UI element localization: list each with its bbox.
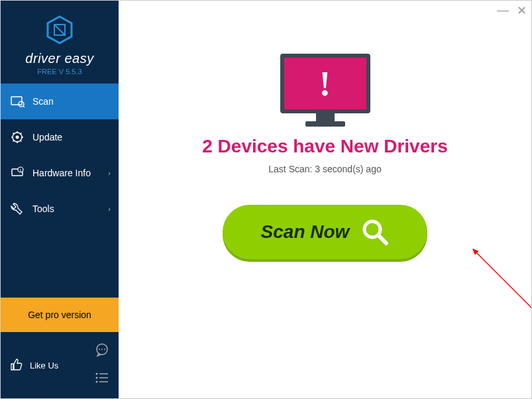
gear-icon <box>10 130 25 144</box>
svg-line-3 <box>23 106 25 107</box>
sidebar-item-hardware-info[interactable]: 1 Hardware Info › <box>1 155 119 191</box>
scan-icon <box>10 94 25 109</box>
version-label: FREE V 5.5.3 <box>1 68 119 76</box>
scan-now-label: Scan Now <box>261 221 350 243</box>
svg-line-20 <box>378 235 386 243</box>
svg-rect-1 <box>11 97 22 105</box>
monitor-illustration: ! <box>280 54 370 119</box>
feedback-icon[interactable] <box>95 343 109 360</box>
svg-point-13 <box>96 373 98 375</box>
like-us-label: Like Us <box>30 361 58 370</box>
exclamation-icon: ! <box>319 64 331 103</box>
sidebar-item-tools[interactable]: Tools › <box>1 191 119 227</box>
sidebar-item-label: Tools <box>32 203 54 214</box>
window-controls: — ✕ <box>497 3 527 18</box>
logo-area: driver easy FREE V 5.5.3 <box>1 1 119 84</box>
hardware-icon: 1 <box>10 166 25 180</box>
brand-name: driver easy <box>1 51 119 66</box>
chevron-right-icon: › <box>108 169 111 177</box>
chevron-right-icon: › <box>108 205 111 213</box>
monitor-base <box>305 121 345 127</box>
sidebar-item-label: Update <box>32 132 62 142</box>
monitor-stand <box>316 113 335 121</box>
sidebar-item-update[interactable]: Update <box>1 119 119 155</box>
sidebar-bottom: Like Us <box>1 332 119 398</box>
sidebar: driver easy FREE V 5.5.3 Scan Update 1 H… <box>1 1 119 398</box>
sidebar-item-label: Hardware Info <box>32 168 91 178</box>
thumbs-up-icon <box>10 358 23 373</box>
svg-point-15 <box>96 377 98 379</box>
svg-point-17 <box>96 381 98 383</box>
svg-point-10 <box>99 349 100 350</box>
minimize-button[interactable]: — <box>497 3 509 18</box>
get-pro-button[interactable]: Get pro version <box>1 298 119 332</box>
menu-icon[interactable] <box>95 370 109 388</box>
sidebar-nav: Scan Update 1 Hardware Info › Tools › <box>1 84 119 298</box>
monitor-screen: ! <box>280 54 370 113</box>
like-us-button[interactable]: Like Us <box>10 358 58 373</box>
bottom-icons <box>95 343 109 388</box>
annotation-arrow <box>470 246 532 332</box>
magnifier-icon <box>361 218 389 246</box>
sidebar-item-scan[interactable]: Scan <box>1 84 119 119</box>
main-content: ! 2 Devices have New Drivers Last Scan: … <box>119 1 531 398</box>
headline: 2 Devices have New Drivers <box>119 136 531 157</box>
close-button[interactable]: ✕ <box>517 3 527 18</box>
svg-line-21 <box>473 249 532 325</box>
svg-point-11 <box>101 349 103 350</box>
svg-point-5 <box>16 136 19 139</box>
svg-point-2 <box>19 101 24 107</box>
svg-point-12 <box>104 349 105 350</box>
sidebar-item-label: Scan <box>32 96 54 107</box>
last-scan-label: Last Scan: 3 second(s) ago <box>119 164 531 174</box>
tools-icon <box>10 201 25 216</box>
logo-icon <box>45 15 74 44</box>
scan-now-button[interactable]: Scan Now <box>223 205 428 259</box>
